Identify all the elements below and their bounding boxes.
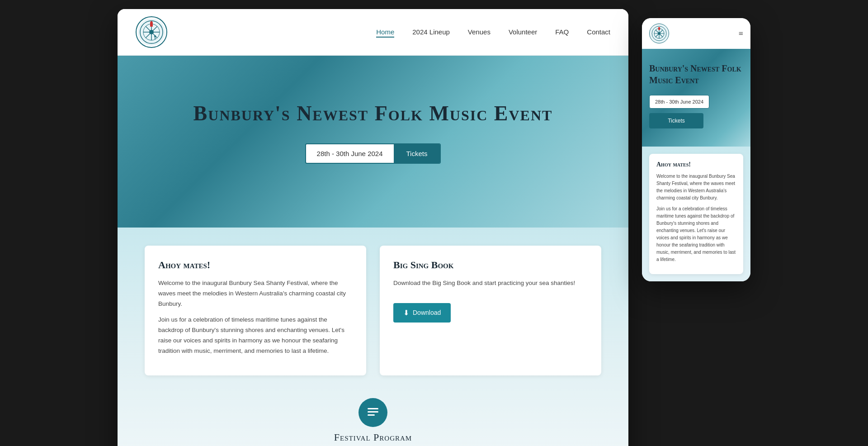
download-label: Download [413,309,441,316]
svg-point-6 [149,30,154,34]
mobile-menu-icon[interactable]: ≡ [739,29,743,38]
desktop-hero: Bunbury's Newest Folk Music Event 28th -… [118,56,628,228]
nav-item-faq[interactable]: FAQ [555,28,569,36]
hero-title: Bunbury's Newest Folk Music Event [193,101,553,125]
mobile-card-text1: Welcome to the inaugural Bunbury Sea Sha… [656,173,736,202]
download-button[interactable]: ⬇ Download [393,303,451,323]
nav-item-contact[interactable]: Contact [587,28,610,36]
logo-circle [136,16,167,48]
singbook-card-text: Download the Big Sing Book and start pra… [393,278,588,289]
program-icon [359,398,387,427]
svg-point-20 [658,32,660,35]
logo-image [138,19,165,46]
singbook-card: Big Sing Book Download the Big Sing Book… [380,246,601,375]
svg-rect-12 [368,411,378,413]
nav-item-home[interactable]: Home [376,28,394,36]
mobile-mockup: ≡ Bunbury's Newest Folk Music Event 28th… [642,18,750,281]
festival-program: Festival Program [145,398,601,443]
mobile-card-title: Ahoy mates! [656,161,736,168]
mobile-card-text2: Join us for a celebration of timeless ma… [656,205,736,263]
desktop-mockup: Home 2024 Lineup Venues Volunteer FAQ Co… [118,9,628,446]
screen-wrapper: Home 2024 Lineup Venues Volunteer FAQ Co… [118,9,750,446]
nav-item-volunteer[interactable]: Volunteer [509,28,537,36]
program-title: Festival Program [334,432,412,443]
hero-actions: 28th - 30th June 2024 Tickets [305,143,441,164]
nav-item-venues[interactable]: Venues [468,28,491,36]
logo-area [136,16,167,48]
tickets-button[interactable]: Tickets [394,144,440,163]
mobile-ahoy-card: Ahoy mates! Welcome to the inaugural Bun… [649,154,743,274]
ahoy-card: Ahoy mates! Welcome to the inaugural Bun… [145,246,366,375]
mobile-logo [649,24,669,43]
svg-rect-21 [658,27,660,30]
mobile-hero-title: Bunbury's Newest Folk Music Event [649,62,743,86]
mobile-tickets-button[interactable]: Tickets [649,113,703,128]
ahoy-card-title: Ahoy mates! [158,259,353,271]
nav-item-lineup[interactable]: 2024 Lineup [412,28,450,36]
ahoy-card-text1: Welcome to the inaugural Bunbury Sea Sha… [158,278,353,309]
svg-rect-13 [368,414,375,416]
ahoy-card-text2: Join us for a celebration of timeless ma… [158,315,353,356]
desktop-navbar: Home 2024 Lineup Venues Volunteer FAQ Co… [118,9,628,56]
mobile-navbar: ≡ [642,18,750,49]
svg-rect-7 [150,22,153,27]
mobile-cards-section: Ahoy mates! Welcome to the inaugural Bun… [642,147,750,281]
cards-row: Ahoy mates! Welcome to the inaugural Bun… [145,246,601,375]
mobile-date: 28th - 30th June 2024 [649,95,709,109]
svg-point-9 [154,35,156,37]
svg-rect-11 [368,408,378,409]
singbook-card-title: Big Sing Book [393,259,588,271]
download-icon: ⬇ [403,308,409,317]
mobile-hero: Bunbury's Newest Folk Music Event 28th -… [642,49,750,147]
hero-date: 28th - 30th June 2024 [306,144,394,163]
cards-section: Ahoy mates! Welcome to the inaugural Bun… [118,228,628,446]
nav-links: Home 2024 Lineup Venues Volunteer FAQ Co… [376,28,610,36]
